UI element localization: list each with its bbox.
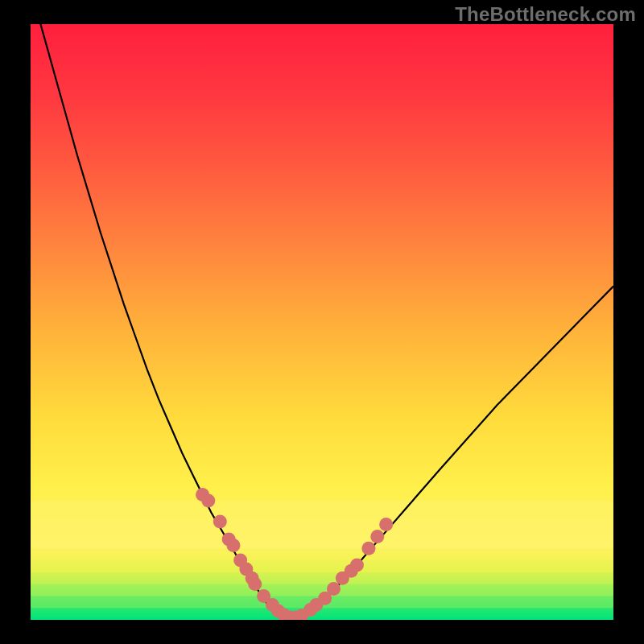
marker-point — [248, 577, 262, 591]
marker-point — [379, 518, 393, 531]
marker-point — [327, 582, 341, 596]
watermark-text: TheBottleneck.com — [455, 3, 636, 26]
marker-point — [213, 514, 227, 528]
marker-point — [201, 494, 215, 508]
plot-area — [31, 24, 613, 620]
chart-frame: TheBottleneck.com — [0, 0, 644, 644]
marker-point — [361, 542, 375, 555]
svg-rect-4 — [31, 572, 613, 584]
svg-rect-7 — [31, 501, 613, 548]
svg-rect-6 — [31, 548, 613, 560]
marker-point — [370, 530, 384, 543]
svg-rect-1 — [31, 608, 613, 620]
svg-rect-5 — [31, 560, 613, 572]
bottleneck-chart — [31, 24, 613, 620]
marker-point — [226, 539, 240, 552]
marker-point — [350, 558, 364, 572]
